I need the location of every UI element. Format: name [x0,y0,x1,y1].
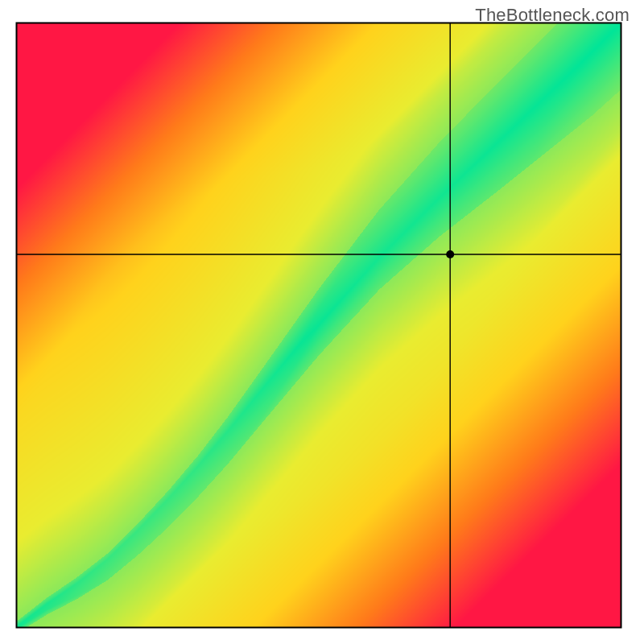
watermark-label: TheBottleneck.com [475,5,630,26]
chart-container: TheBottleneck.com [0,0,644,644]
bottleneck-heatmap [0,0,644,644]
